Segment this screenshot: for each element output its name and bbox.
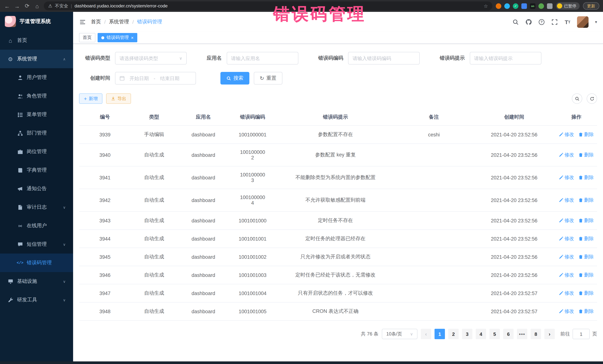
on-badge-ext-icon[interactable]: on xyxy=(530,3,535,9)
tab-active[interactable]: 错误码管理× xyxy=(98,33,137,42)
delete-link[interactable]: 删除 xyxy=(579,235,594,242)
page-button[interactable]: 3 xyxy=(462,329,472,339)
leaf-ext-icon[interactable] xyxy=(538,3,544,9)
edit-link[interactable]: 修改 xyxy=(559,290,574,297)
close-icon[interactable]: × xyxy=(131,35,134,40)
start-date-input[interactable] xyxy=(127,76,151,81)
edit-link[interactable]: 修改 xyxy=(559,235,574,242)
grid-ext-icon[interactable] xyxy=(521,3,527,9)
update-button[interactable]: 更新 xyxy=(583,2,599,10)
reset-button[interactable]: ↻ 重置 xyxy=(254,72,282,85)
app-logo[interactable]: 芋道管理系统 xyxy=(0,12,73,31)
delete-link[interactable]: 删除 xyxy=(579,308,594,315)
edit-link[interactable]: 修改 xyxy=(559,174,574,181)
page-button[interactable]: 4 xyxy=(476,329,486,339)
prev-page-button[interactable]: ‹ xyxy=(421,329,431,339)
page-button[interactable]: 2 xyxy=(448,329,459,339)
check-ext-icon[interactable]: ✓ xyxy=(513,3,518,9)
back-icon[interactable]: ← xyxy=(4,3,10,9)
edit-link[interactable]: 修改 xyxy=(559,217,574,224)
edit-link[interactable]: 修改 xyxy=(559,152,574,158)
sidebar-item-menu-list[interactable]: 菜单管理 xyxy=(0,105,73,124)
refresh-table-button[interactable] xyxy=(587,93,597,104)
sidebar-item-gear[interactable]: ⚙系统管理∧ xyxy=(0,50,73,68)
reload-icon[interactable]: ⟳ xyxy=(24,3,30,9)
delete-link[interactable]: 删除 xyxy=(579,152,594,158)
sidebar-item-code[interactable]: </>错误码管理 xyxy=(0,254,73,272)
sidebar-item-book[interactable]: 字典管理 xyxy=(0,161,73,179)
app-name-field[interactable] xyxy=(227,52,298,65)
page-button[interactable]: 6 xyxy=(503,329,514,339)
sidebar-item-sms[interactable]: 短信管理∨ xyxy=(0,235,73,254)
error-type-select-input[interactable] xyxy=(119,55,177,61)
table-row[interactable]: 3944自动生成dashboard1001001001定时任务的处理器已经存在2… xyxy=(79,230,597,248)
edit-link[interactable]: 修改 xyxy=(559,197,574,203)
font-size-icon[interactable]: TT xyxy=(564,19,571,25)
app-name-input[interactable] xyxy=(231,55,294,61)
hamburger-icon[interactable] xyxy=(79,19,86,25)
delete-link[interactable]: 删除 xyxy=(579,254,594,260)
end-date-input[interactable] xyxy=(158,76,182,81)
sidebar-item-tools[interactable]: 研发工具∨ xyxy=(0,291,73,309)
show-search-toggle-button[interactable] xyxy=(572,93,582,104)
error-code-field[interactable] xyxy=(348,52,420,65)
bookmark-star-icon[interactable]: ☆ xyxy=(484,3,488,9)
error-hint-input[interactable] xyxy=(474,55,537,61)
chevron-down-icon[interactable]: ▾ xyxy=(595,20,597,24)
forward-icon[interactable]: → xyxy=(14,3,20,9)
tab-item[interactable]: 首页 xyxy=(79,33,95,42)
export-button[interactable]: 导出 xyxy=(106,93,131,104)
delete-link[interactable]: 删除 xyxy=(579,131,594,138)
browser-home-icon[interactable]: ⌂ xyxy=(34,3,40,9)
search-button[interactable]: 搜索 xyxy=(220,72,249,85)
delete-link[interactable]: 删除 xyxy=(579,290,594,297)
sidebar-item-role[interactable]: 角色管理 xyxy=(0,87,73,105)
goto-page-input[interactable] xyxy=(573,329,590,339)
sidebar-item-infra[interactable]: 基础设施∨ xyxy=(0,272,73,291)
page-size-select[interactable]: 10条/页 ∨ xyxy=(382,329,417,339)
table-row[interactable]: 3940自动生成dashboard100100000 2参数配置 key 重复2… xyxy=(79,144,597,166)
date-range-picker[interactable]: - xyxy=(115,72,196,85)
delete-link[interactable]: 删除 xyxy=(579,174,594,181)
table-row[interactable]: 3942自动生成dashboard100100000 4不允许获取敏感配置到前端… xyxy=(79,189,597,211)
table-row[interactable]: 3946自动生成dashboard1001001003定时任务已经处于该状态，无… xyxy=(79,266,597,284)
table-row[interactable]: 3943自动生成dashboard1001001000定时任务不存在2021-0… xyxy=(79,211,597,230)
address-bar[interactable]: ⚠ 不安全 | dashboard.yudao.iocoder.cn/syste… xyxy=(44,1,492,10)
table-row[interactable]: 3945自动生成dashboard1001001002只允许修改为开启或者关闭状… xyxy=(79,248,597,266)
table-row[interactable]: 3939手动编辑dashboard1001000001参数配置不存在ceshi2… xyxy=(79,125,597,144)
error-type-select[interactable]: ∨ xyxy=(115,52,187,65)
sidebar-item-org[interactable]: 部门管理 xyxy=(0,124,73,142)
fullscreen-icon[interactable] xyxy=(551,19,558,25)
next-page-button[interactable]: › xyxy=(544,329,555,339)
paused-badge[interactable]: 已暂停 xyxy=(556,2,580,10)
edit-link[interactable]: 修改 xyxy=(559,272,574,278)
puzzle-ext-icon[interactable] xyxy=(547,3,553,9)
page-button[interactable]: 5 xyxy=(489,329,500,339)
error-hint-field[interactable] xyxy=(470,52,541,65)
edit-link[interactable]: 修改 xyxy=(559,131,574,138)
table-row[interactable]: 3947自动生成dashboard1001001004只有开启状态的任务，才可以… xyxy=(79,284,597,302)
help-icon[interactable]: ? xyxy=(538,19,545,25)
sidebar-item-online[interactable]: 在线用户 xyxy=(0,217,73,235)
page-button[interactable]: 8 xyxy=(531,329,541,339)
drop-ext-icon[interactable] xyxy=(504,3,510,9)
sidebar-item-home[interactable]: ⌂首页 xyxy=(0,31,73,50)
edit-link[interactable]: 修改 xyxy=(559,308,574,315)
sidebar-item-suitcase[interactable]: 岗位管理 xyxy=(0,142,73,161)
table-row[interactable]: 3948自动生成dashboard1001001005CRON 表达式不正确20… xyxy=(79,302,597,320)
breadcrumb-item[interactable]: 系统管理 xyxy=(109,19,129,25)
edit-link[interactable]: 修改 xyxy=(559,254,574,260)
sidebar-item-user[interactable]: 用户管理 xyxy=(0,68,73,87)
delete-link[interactable]: 删除 xyxy=(579,197,594,203)
breadcrumb-item[interactable]: 首页 xyxy=(91,19,101,25)
page-button[interactable]: 1 xyxy=(435,329,445,339)
error-code-input[interactable] xyxy=(352,55,415,61)
page-ellipsis[interactable]: ••• xyxy=(517,329,527,339)
shield-ext-icon[interactable] xyxy=(496,3,501,9)
sidebar-item-megaphone[interactable]: 通知公告 xyxy=(0,179,73,198)
avatar[interactable] xyxy=(577,16,589,28)
github-icon[interactable] xyxy=(525,19,532,25)
table-row[interactable]: 3941自动生成dashboard100100000 3不能删除类型为系统内置的… xyxy=(79,166,597,189)
search-icon[interactable] xyxy=(512,19,519,25)
sidebar-item-log[interactable]: 审计日志∨ xyxy=(0,198,73,217)
